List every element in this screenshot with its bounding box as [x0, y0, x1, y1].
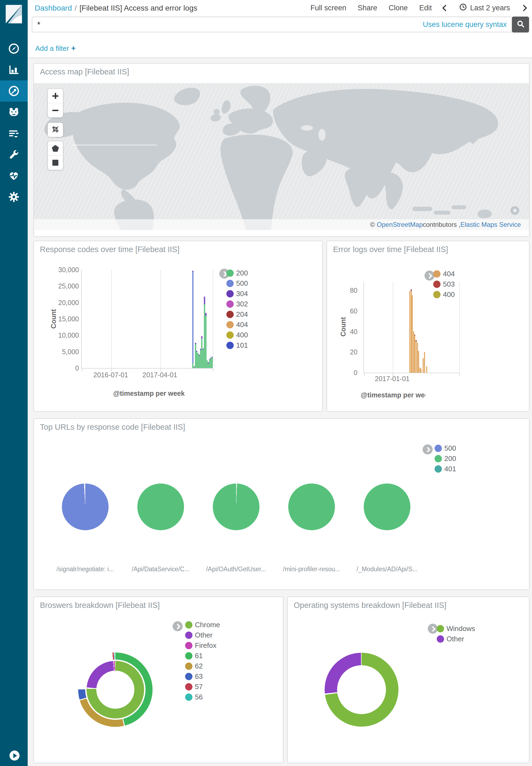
legend-item[interactable]: 404 [433, 270, 455, 277]
bar-segment[interactable] [199, 355, 200, 356]
lucene-syntax-link[interactable]: Uses lucene query syntax [423, 20, 507, 29]
bar-segment[interactable] [416, 340, 417, 342]
bar-segment[interactable] [201, 336, 202, 337]
sidebar-item-monitoring[interactable] [0, 165, 28, 186]
sidebar-item-management[interactable] [0, 186, 28, 207]
bar-segment[interactable] [414, 335, 415, 336]
map-draw-rectangle-button[interactable] [48, 155, 63, 170]
legend-item[interactable]: 56 [185, 694, 220, 701]
bar-segment[interactable] [196, 352, 197, 368]
legend-item[interactable]: 62 [185, 663, 220, 670]
legend-item[interactable]: 200 [435, 455, 456, 462]
legend-item[interactable]: 400 [226, 331, 248, 339]
bar-segment[interactable] [424, 352, 425, 373]
search-input[interactable] [37, 19, 391, 30]
bar-segment[interactable] [206, 360, 208, 368]
bar-segment[interactable] [426, 366, 427, 373]
bar-segment[interactable] [201, 337, 202, 338]
full-screen-button[interactable]: Full screen [311, 4, 346, 12]
bar-segment[interactable] [409, 291, 410, 373]
bar-segment[interactable] [204, 296, 205, 304]
bar-segment[interactable] [416, 342, 417, 343]
bar-segment[interactable] [414, 335, 415, 373]
bar-segment[interactable] [192, 363, 194, 368]
bar-segment[interactable] [418, 351, 419, 373]
bar-segment[interactable] [199, 355, 200, 368]
bar-segment[interactable] [194, 366, 195, 367]
world-map[interactable]: © OpenStreetMap contributors , Elastic M… [34, 83, 529, 230]
pie-mini-profiler[interactable] [288, 484, 335, 530]
bar-segment[interactable] [210, 358, 211, 358]
bar-segment[interactable] [192, 271, 194, 272]
legend-item[interactable]: 302 [226, 300, 248, 308]
kibana-logo[interactable] [4, 4, 24, 24]
legend-item[interactable]: 500 [435, 445, 456, 452]
map-zoom-out-button[interactable] [48, 103, 63, 117]
legend-item[interactable]: Other [437, 635, 475, 643]
clone-button[interactable]: Clone [389, 4, 408, 12]
map-watermark-button[interactable] [511, 206, 519, 215]
add-filter[interactable]: Add a filter+ [35, 44, 76, 53]
legend-item[interactable]: 404 [226, 321, 248, 328]
bar-segment[interactable] [210, 358, 211, 368]
pie-api-dataservice[interactable] [137, 484, 184, 530]
time-forward-icon[interactable] [520, 5, 527, 11]
legend-item[interactable]: 57 [185, 683, 220, 691]
sidebar-item-devtools[interactable] [0, 144, 28, 165]
bar-segment[interactable] [202, 348, 204, 349]
map-fit-bounds-button[interactable] [48, 123, 63, 137]
share-button[interactable]: Share [358, 4, 377, 12]
time-picker[interactable]: Last 2 years [459, 3, 510, 13]
bar-segment[interactable] [420, 368, 422, 373]
openstreetmap-link[interactable]: OpenStreetMap [377, 221, 423, 228]
legend-item[interactable]: 61 [185, 652, 220, 660]
legend-item[interactable]: 401 [435, 465, 456, 473]
bar-segment[interactable] [208, 363, 209, 368]
bar-segment[interactable] [201, 338, 202, 368]
legend-item[interactable]: Windows [437, 625, 475, 632]
legend-item[interactable]: Other [185, 632, 220, 639]
bar-segment[interactable] [194, 367, 195, 368]
legend-item[interactable]: 101 [226, 342, 248, 349]
bar-segment[interactable] [208, 362, 209, 363]
sidebar-item-visualize[interactable] [0, 59, 28, 80]
time-back-icon[interactable] [442, 5, 449, 11]
legend-toggle-button[interactable] [173, 621, 183, 631]
sidebar-item-logs[interactable] [0, 123, 28, 144]
legend-item[interactable]: Firefox [185, 642, 220, 649]
bar-segment[interactable] [204, 304, 205, 368]
sidebar-item-apm[interactable] [0, 102, 28, 123]
response-codes-chart[interactable] [81, 270, 213, 368]
sidebar-collapse-button[interactable] [9, 751, 20, 761]
pie-api-oauth-getuser[interactable] [213, 484, 259, 530]
legend-item[interactable]: Chrome [185, 621, 220, 629]
pie-signalr-negotiate[interactable] [62, 484, 109, 530]
bar-segment[interactable] [211, 356, 213, 357]
map-zoom-in-button[interactable] [48, 89, 63, 103]
legend-item[interactable]: 204 [226, 311, 248, 318]
edit-button[interactable]: Edit [419, 4, 432, 12]
bar-segment[interactable] [195, 343, 196, 344]
legend-toggle-button[interactable] [428, 624, 438, 634]
legend-item[interactable]: 63 [185, 673, 220, 680]
legend-item[interactable]: 500 [226, 280, 248, 287]
bar-segment[interactable] [197, 353, 199, 368]
bar-segment[interactable] [211, 357, 213, 368]
bar-segment[interactable] [423, 358, 424, 373]
breadcrumb-dashboard-link[interactable]: Dashboard [35, 4, 72, 12]
bar-segment[interactable] [192, 272, 194, 363]
search-button[interactable] [512, 17, 529, 32]
legend-toggle-button[interactable] [423, 445, 433, 455]
legend-item[interactable]: 304 [226, 290, 248, 297]
pie-modules-ad-api[interactable] [364, 484, 410, 530]
sidebar-item-discover[interactable] [0, 38, 28, 59]
legend-item[interactable]: 400 [433, 291, 455, 298]
legend-item[interactable]: 503 [433, 280, 455, 288]
legend-item[interactable]: 200 [226, 269, 248, 277]
bar-segment[interactable] [416, 343, 417, 373]
bar-segment[interactable] [412, 295, 413, 373]
bar-segment[interactable] [205, 313, 207, 316]
bar-segment[interactable] [202, 349, 204, 368]
bar-segment[interactable] [411, 289, 412, 291]
elastic-maps-service-link[interactable]: Elastic Maps Service [460, 221, 521, 228]
